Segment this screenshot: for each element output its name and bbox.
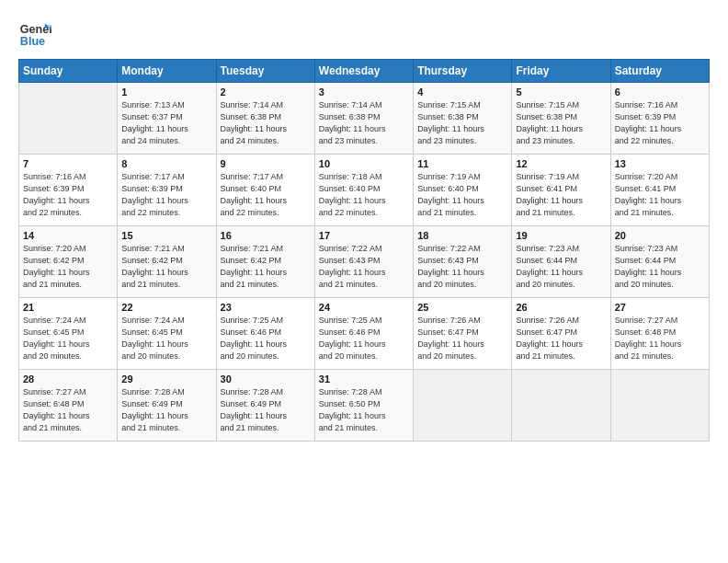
day-detail: Sunrise: 7:14 AM Sunset: 6:38 PM Dayligh… bbox=[319, 99, 409, 147]
day-number: 12 bbox=[516, 158, 606, 169]
calendar-cell: 31Sunrise: 7:28 AM Sunset: 6:50 PM Dayli… bbox=[314, 370, 413, 442]
day-header-saturday: Saturday bbox=[610, 60, 709, 83]
calendar-cell: 15Sunrise: 7:21 AM Sunset: 6:42 PM Dayli… bbox=[118, 226, 216, 298]
calendar-cell: 23Sunrise: 7:25 AM Sunset: 6:46 PM Dayli… bbox=[216, 298, 314, 370]
day-number: 30 bbox=[221, 373, 311, 385]
calendar-cell: 18Sunrise: 7:22 AM Sunset: 6:43 PM Dayli… bbox=[414, 226, 512, 298]
day-number: 6 bbox=[615, 86, 705, 98]
calendar-cell: 10Sunrise: 7:18 AM Sunset: 6:40 PM Dayli… bbox=[314, 155, 413, 226]
day-number: 17 bbox=[319, 230, 409, 241]
calendar-cell: 20Sunrise: 7:23 AM Sunset: 6:44 PM Dayli… bbox=[610, 226, 709, 298]
day-number: 5 bbox=[516, 86, 606, 98]
day-detail: Sunrise: 7:20 AM Sunset: 6:41 PM Dayligh… bbox=[615, 171, 705, 219]
logo-icon: General Blue bbox=[18, 17, 51, 50]
day-number: 9 bbox=[221, 158, 311, 169]
calendar-week-1: 1Sunrise: 7:13 AM Sunset: 6:37 PM Daylig… bbox=[19, 83, 710, 155]
day-detail: Sunrise: 7:28 AM Sunset: 6:49 PM Dayligh… bbox=[221, 386, 311, 434]
calendar-cell: 19Sunrise: 7:23 AM Sunset: 6:44 PM Dayli… bbox=[512, 226, 610, 298]
day-number: 27 bbox=[615, 302, 705, 313]
day-number: 21 bbox=[23, 302, 113, 313]
day-detail: Sunrise: 7:21 AM Sunset: 6:42 PM Dayligh… bbox=[121, 243, 211, 291]
day-number: 1 bbox=[121, 86, 211, 98]
calendar-cell: 8Sunrise: 7:17 AM Sunset: 6:39 PM Daylig… bbox=[118, 155, 216, 226]
calendar-cell: 12Sunrise: 7:19 AM Sunset: 6:41 PM Dayli… bbox=[512, 155, 610, 226]
day-detail: Sunrise: 7:28 AM Sunset: 6:49 PM Dayligh… bbox=[121, 386, 211, 434]
day-header-thursday: Thursday bbox=[414, 60, 512, 83]
day-detail: Sunrise: 7:17 AM Sunset: 6:39 PM Dayligh… bbox=[121, 171, 211, 219]
day-number: 8 bbox=[121, 158, 211, 169]
day-number: 31 bbox=[319, 373, 409, 385]
day-detail: Sunrise: 7:13 AM Sunset: 6:37 PM Dayligh… bbox=[121, 99, 211, 147]
day-header-sunday: Sunday bbox=[19, 60, 118, 83]
day-number: 19 bbox=[516, 230, 606, 241]
day-detail: Sunrise: 7:19 AM Sunset: 6:40 PM Dayligh… bbox=[417, 171, 507, 219]
day-detail: Sunrise: 7:22 AM Sunset: 6:43 PM Dayligh… bbox=[417, 243, 507, 291]
day-number: 7 bbox=[23, 158, 113, 169]
page-header: General Blue bbox=[18, 17, 710, 50]
day-detail: Sunrise: 7:25 AM Sunset: 6:46 PM Dayligh… bbox=[221, 315, 311, 362]
day-number: 20 bbox=[615, 230, 705, 241]
day-detail: Sunrise: 7:20 AM Sunset: 6:42 PM Dayligh… bbox=[23, 243, 113, 291]
day-header-monday: Monday bbox=[118, 60, 216, 83]
day-number: 3 bbox=[319, 86, 409, 98]
day-detail: Sunrise: 7:16 AM Sunset: 6:39 PM Dayligh… bbox=[615, 99, 705, 147]
day-number: 10 bbox=[319, 158, 409, 169]
calendar-cell: 16Sunrise: 7:21 AM Sunset: 6:42 PM Dayli… bbox=[216, 226, 314, 298]
calendar-cell: 30Sunrise: 7:28 AM Sunset: 6:49 PM Dayli… bbox=[216, 370, 314, 442]
day-header-tuesday: Tuesday bbox=[216, 60, 314, 83]
day-detail: Sunrise: 7:27 AM Sunset: 6:48 PM Dayligh… bbox=[23, 386, 113, 434]
calendar-week-3: 14Sunrise: 7:20 AM Sunset: 6:42 PM Dayli… bbox=[19, 226, 710, 298]
day-detail: Sunrise: 7:24 AM Sunset: 6:45 PM Dayligh… bbox=[23, 315, 113, 362]
day-detail: Sunrise: 7:16 AM Sunset: 6:39 PM Dayligh… bbox=[23, 171, 113, 219]
calendar-cell: 7Sunrise: 7:16 AM Sunset: 6:39 PM Daylig… bbox=[19, 155, 118, 226]
day-detail: Sunrise: 7:26 AM Sunset: 6:47 PM Dayligh… bbox=[516, 315, 606, 362]
day-number: 24 bbox=[319, 302, 409, 313]
calendar-cell: 2Sunrise: 7:14 AM Sunset: 6:38 PM Daylig… bbox=[216, 83, 314, 155]
calendar-cell: 29Sunrise: 7:28 AM Sunset: 6:49 PM Dayli… bbox=[118, 370, 216, 442]
day-number: 23 bbox=[221, 302, 311, 313]
calendar-cell: 9Sunrise: 7:17 AM Sunset: 6:40 PM Daylig… bbox=[216, 155, 314, 226]
day-number: 16 bbox=[221, 230, 311, 241]
day-number: 22 bbox=[121, 302, 211, 313]
day-number: 18 bbox=[417, 230, 507, 241]
calendar-cell: 17Sunrise: 7:22 AM Sunset: 6:43 PM Dayli… bbox=[314, 226, 413, 298]
calendar-cell bbox=[19, 83, 118, 155]
calendar-week-2: 7Sunrise: 7:16 AM Sunset: 6:39 PM Daylig… bbox=[19, 155, 710, 226]
day-number: 14 bbox=[23, 230, 113, 241]
day-detail: Sunrise: 7:23 AM Sunset: 6:44 PM Dayligh… bbox=[516, 243, 606, 291]
day-header-wednesday: Wednesday bbox=[314, 60, 413, 83]
svg-text:Blue: Blue bbox=[20, 35, 45, 48]
calendar-week-4: 21Sunrise: 7:24 AM Sunset: 6:45 PM Dayli… bbox=[19, 298, 710, 370]
calendar-cell: 14Sunrise: 7:20 AM Sunset: 6:42 PM Dayli… bbox=[19, 226, 118, 298]
calendar-cell: 28Sunrise: 7:27 AM Sunset: 6:48 PM Dayli… bbox=[19, 370, 118, 442]
day-number: 13 bbox=[615, 158, 705, 169]
calendar-cell: 4Sunrise: 7:15 AM Sunset: 6:38 PM Daylig… bbox=[414, 83, 512, 155]
calendar-cell bbox=[512, 370, 610, 442]
calendar-cell: 21Sunrise: 7:24 AM Sunset: 6:45 PM Dayli… bbox=[19, 298, 118, 370]
calendar-cell: 26Sunrise: 7:26 AM Sunset: 6:47 PM Dayli… bbox=[512, 298, 610, 370]
day-detail: Sunrise: 7:27 AM Sunset: 6:48 PM Dayligh… bbox=[615, 315, 705, 362]
logo: General Blue bbox=[18, 17, 51, 50]
day-detail: Sunrise: 7:25 AM Sunset: 6:46 PM Dayligh… bbox=[319, 315, 409, 362]
day-number: 26 bbox=[516, 302, 606, 313]
day-detail: Sunrise: 7:24 AM Sunset: 6:45 PM Dayligh… bbox=[121, 315, 211, 362]
calendar-cell bbox=[610, 370, 709, 442]
calendar-cell: 25Sunrise: 7:26 AM Sunset: 6:47 PM Dayli… bbox=[414, 298, 512, 370]
calendar-week-5: 28Sunrise: 7:27 AM Sunset: 6:48 PM Dayli… bbox=[19, 370, 710, 442]
day-detail: Sunrise: 7:23 AM Sunset: 6:44 PM Dayligh… bbox=[615, 243, 705, 291]
day-number: 28 bbox=[23, 373, 113, 385]
day-number: 15 bbox=[121, 230, 211, 241]
calendar-cell: 3Sunrise: 7:14 AM Sunset: 6:38 PM Daylig… bbox=[314, 83, 413, 155]
day-number: 29 bbox=[121, 373, 211, 385]
day-number: 2 bbox=[221, 86, 311, 98]
day-detail: Sunrise: 7:19 AM Sunset: 6:41 PM Dayligh… bbox=[516, 171, 606, 219]
calendar-cell: 1Sunrise: 7:13 AM Sunset: 6:37 PM Daylig… bbox=[118, 83, 216, 155]
calendar-header-row: SundayMondayTuesdayWednesdayThursdayFrid… bbox=[19, 60, 710, 83]
day-number: 25 bbox=[417, 302, 507, 313]
day-detail: Sunrise: 7:18 AM Sunset: 6:40 PM Dayligh… bbox=[319, 171, 409, 219]
calendar-table: SundayMondayTuesdayWednesdayThursdayFrid… bbox=[18, 59, 710, 442]
day-detail: Sunrise: 7:15 AM Sunset: 6:38 PM Dayligh… bbox=[417, 99, 507, 147]
day-detail: Sunrise: 7:15 AM Sunset: 6:38 PM Dayligh… bbox=[516, 99, 606, 147]
day-detail: Sunrise: 7:17 AM Sunset: 6:40 PM Dayligh… bbox=[221, 171, 311, 219]
calendar-body: 1Sunrise: 7:13 AM Sunset: 6:37 PM Daylig… bbox=[19, 83, 710, 442]
